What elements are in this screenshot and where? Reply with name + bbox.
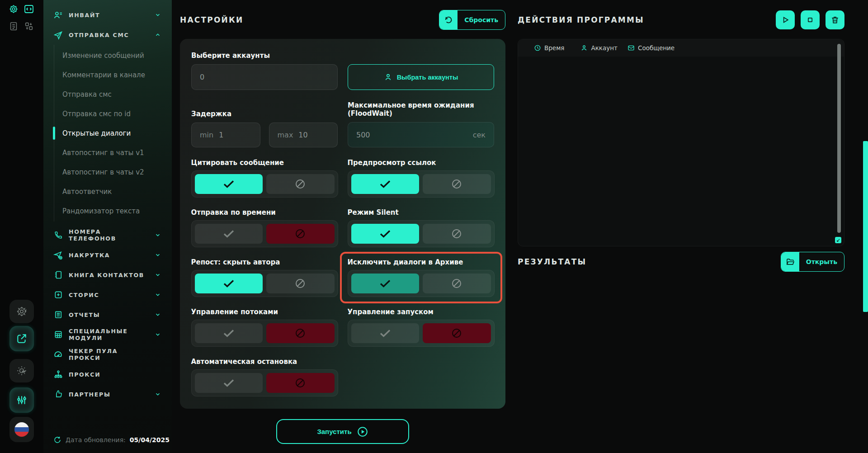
toggle-on-button[interactable] [195,373,263,393]
toggle-label: Автоматическая остановка [191,358,338,366]
toggle-on-button[interactable] [351,323,420,343]
delay-max-input[interactable]: max 10 [269,123,338,147]
rail-top-icons [7,3,35,33]
proxy-network-icon [53,370,63,379]
reset-button[interactable]: Сбросить [439,10,505,30]
accounts-field-group: Выберите аккаунты 0 [191,52,338,90]
language-rail-button[interactable] [9,417,34,442]
delay-field-group: Задержка min 1 max 10 [191,110,338,147]
submenu-item-open-dialogs[interactable]: Открытые диалоги [54,123,172,143]
sidebar-item-contacts-book[interactable]: КНИГА КОНТАКТОВ [43,265,172,285]
floodwait-label-line1: Максимальное время ожидания [348,101,494,109]
sidebar-item-proxy-checker[interactable]: ЧЕКЕР ПУЛА ПРОКСИ [43,344,172,364]
toggle-off-button[interactable] [423,224,491,244]
toggle-label: Предпросмотр ссылок [348,159,495,167]
user-icon [580,44,588,52]
reset-button-label: Сбросить [458,10,505,29]
theme-rail-button[interactable] [9,359,34,382]
min-label: min [200,131,213,139]
sidebar-item-invite[interactable]: ИНВАЙТ [43,5,172,25]
toggle-on-button[interactable] [195,323,263,343]
equalizer-rail-button[interactable] [9,387,34,413]
sidebar-item-label: ОТПРАВКА СМС [69,32,149,38]
toggle-on-button[interactable] [351,174,420,194]
run-button[interactable]: Запустить [276,419,409,444]
toggle-label: Исключить диалоги в Архиве [348,258,495,266]
toggle-auto-stop: Автоматическая остановка [184,351,346,403]
toggle-off-button[interactable] [266,274,335,293]
chevron-down-icon [155,331,161,338]
submenu-item-label: Открытые диалоги [62,129,131,137]
toggle-on-button[interactable] [351,224,420,244]
refresh-icon[interactable] [53,436,61,444]
sidebar-item-send-sms[interactable]: ОТПРАВКА СМС [43,25,172,45]
clear-log-button[interactable] [826,10,844,29]
toggle-on-button[interactable] [195,274,263,293]
toggle-off-button[interactable] [423,323,491,343]
toggle-off-button[interactable] [266,373,335,393]
settings-rail-button[interactable] [9,300,34,323]
gauge-icon [53,350,63,359]
resize-icon[interactable] [835,237,841,243]
toggle-off-button[interactable] [266,323,335,343]
log-table-header: Время Аккаунт Сообщение [518,39,844,57]
contacts-book-icon [53,270,63,280]
sidebar-item-label: НОМЕРА ТЕЛЕФОНОВ [69,228,149,242]
trash-icon [830,15,840,24]
sidebar-item-proxy[interactable]: ПРОКСИ [43,364,172,384]
delay-min-input[interactable]: min 1 [191,123,260,147]
play-circle-icon [357,426,368,438]
submenu-item[interactable]: Автоответчик [54,182,172,201]
sidebar-item-special-modules[interactable]: СПЕЦИАЛЬНЫЕ МОДУЛИ [43,325,172,344]
app-window: ИНВАЙТ ОТПРАВКА СМС Изменение сообщений … [0,0,868,453]
submenu-item-label: Отправка смс по id [62,110,131,118]
run-button-label: Запустить [317,428,351,435]
sidebar: ИНВАЙТ ОТПРАВКА СМС Изменение сообщений … [43,0,172,453]
toggle-off-button[interactable] [266,224,335,244]
stop-button[interactable] [801,10,820,29]
sidebar-item-phone-numbers[interactable]: НОМЕРА ТЕЛЕФОНОВ [43,225,172,245]
select-accounts-button[interactable]: Выбрать аккаунты [348,64,494,90]
submenu-item[interactable]: Отправка смс [54,85,172,104]
toggle-on-button[interactable] [351,274,420,293]
floodwait-field-group: Максимальное время ожидания (FloodWait) … [348,101,494,147]
sidebar-item-reports[interactable]: ОТЧЕТЫ [43,305,172,325]
floodwait-value: 500 [356,131,370,139]
submenu-item[interactable]: Комментарии в канале [54,65,172,85]
toggle-off-button[interactable] [423,174,491,194]
submenu-item[interactable]: Рандомизатор текста [54,201,172,221]
sidebar-nav: ИНВАЙТ ОТПРАВКА СМС Изменение сообщений … [43,0,172,404]
chevron-down-icon [155,391,161,397]
page-scrollbar-thumb[interactable] [863,141,868,312]
sidebar-item-label: СПЕЦИАЛЬНЫЕ МОДУЛИ [69,328,149,341]
submenu-item-label: Комментарии в канале [62,71,145,79]
results-title: РЕЗУЛЬТАТЫ [518,257,586,266]
external-link-rail-button[interactable] [9,326,34,351]
program-actions-column: ДЕЙСТВИЯ ПРОГРАММЫ Время [518,0,844,272]
sidebar-item-label: ПРОКСИ [69,371,149,378]
open-results-button[interactable]: Открыть [781,252,844,272]
floodwait-input[interactable]: 500 сек [348,122,494,147]
log-scrollbar-thumb[interactable] [837,44,841,233]
task-list-icon[interactable] [7,20,20,33]
swap-windows-icon[interactable] [23,20,35,33]
submenu-item[interactable]: Отправка смс по id [54,104,172,123]
sidebar-item-partners[interactable]: ПАРТНЕРЫ [43,384,172,404]
bot-settings-icon[interactable] [7,3,20,15]
sidebar-item-boost[interactable]: НАКРУТКА [43,245,172,265]
start-button[interactable] [776,10,795,29]
toggle-on-button[interactable] [195,224,263,244]
toggle-label: Режим Silent [348,208,495,217]
sidebar-item-label: ОТЧЕТЫ [69,311,149,318]
accounts-count-input[interactable]: 0 [191,64,338,90]
submenu-item[interactable]: Изменение сообщений [54,46,172,65]
toggle-off-button[interactable] [266,174,335,194]
code-window-icon[interactable] [23,3,35,15]
reports-icon [53,310,63,320]
submenu-item[interactable]: Автопостинг в чаты v1 [54,143,172,162]
submenu-item[interactable]: Автопостинг в чаты v2 [54,162,172,182]
sidebar-item-stories[interactable]: СТОРИС [43,285,172,305]
toggle-on-button[interactable] [195,174,263,194]
toggle-timed-sending: Отправка по времени [184,202,346,254]
toggle-off-button[interactable] [423,274,491,293]
